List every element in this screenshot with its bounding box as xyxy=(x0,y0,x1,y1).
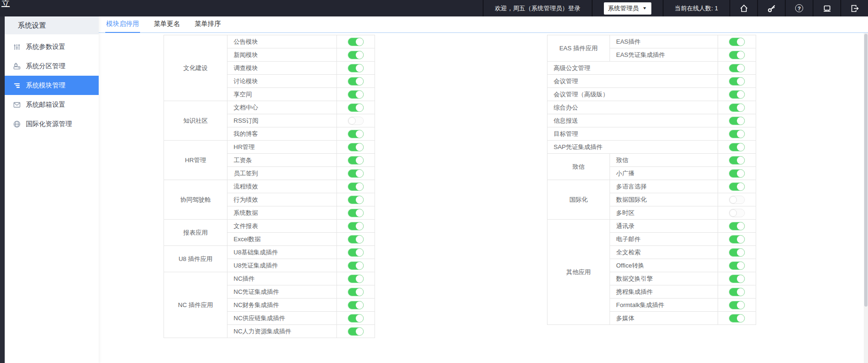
toggle-cell xyxy=(718,127,756,141)
module-toggle-on[interactable] xyxy=(729,275,745,283)
welcome-text: 欢迎，周五（系统管理员）登录 xyxy=(484,0,592,16)
toggle-knob xyxy=(737,170,744,177)
app-logo[interactable]: 立 xyxy=(1,0,10,9)
module-toggle-on[interactable] xyxy=(348,261,364,270)
left-module-table: 文化建设公告模块新闻模块调查模块讨论模块享空间知识社区文档中心RSS订阅我的博客… xyxy=(164,35,375,338)
tab-menu-sort[interactable]: 菜单排序 xyxy=(194,20,222,32)
module-group-cell: U8 插件应用 xyxy=(164,246,227,272)
module-toggle-on[interactable] xyxy=(348,222,364,230)
module-toggle-on[interactable] xyxy=(348,38,364,46)
module-toggle-on[interactable] xyxy=(348,248,364,257)
toggle-cell xyxy=(337,154,375,167)
module-toggle-on[interactable] xyxy=(729,77,745,86)
toggle-cell xyxy=(337,35,375,48)
module-toggle-on[interactable] xyxy=(729,38,745,46)
module-toggle-on[interactable] xyxy=(729,314,745,323)
module-toggle-on[interactable] xyxy=(348,156,364,165)
module-toggle-on[interactable] xyxy=(348,235,364,244)
toggle-knob xyxy=(356,249,363,256)
module-toggle-on[interactable] xyxy=(348,103,364,112)
right-module-table: EAS 插件应用EAS插件EAS凭证集成插件高级公文管理会议管理会议管理（高级版… xyxy=(547,35,756,325)
module-toggle-on[interactable] xyxy=(348,143,364,151)
toggle-cell xyxy=(718,193,756,206)
module-toggle-on[interactable] xyxy=(729,169,745,178)
key-icon xyxy=(767,4,776,13)
tab-menu-rename[interactable]: 菜单更名 xyxy=(153,20,181,32)
module-name-cell: 多时区 xyxy=(610,206,718,220)
sidebar-item-label: 国际化资源管理 xyxy=(26,120,72,128)
module-name-cell: 致信 xyxy=(610,154,718,167)
sidebar-item-i18n[interactable]: 国际化资源管理 xyxy=(5,114,99,134)
module-toggle-on[interactable] xyxy=(348,182,364,191)
module-toggle-on[interactable] xyxy=(348,301,364,309)
module-toggle-on[interactable] xyxy=(348,209,364,217)
module-name-cell: NC人力资源集成插件 xyxy=(227,325,337,338)
module-toggle-on[interactable] xyxy=(729,143,745,151)
help-button[interactable]: ? xyxy=(786,0,813,16)
module-toggle-on[interactable] xyxy=(729,156,745,165)
module-toggle-on[interactable] xyxy=(348,64,364,72)
module-toggle-off[interactable] xyxy=(729,196,745,204)
toggle-cell xyxy=(718,259,756,272)
toggle-knob xyxy=(356,64,363,72)
toggle-cell xyxy=(337,246,375,259)
module-toggle-on[interactable] xyxy=(729,222,745,230)
module-toggle-on[interactable] xyxy=(348,130,364,138)
module-toggle-on[interactable] xyxy=(729,235,745,244)
module-row: 会议管理 xyxy=(547,75,756,88)
sidebar-title: 系统设置 xyxy=(5,16,99,34)
module-row: SAP凭证集成插件 xyxy=(547,141,756,154)
module-name-cell: Office转换 xyxy=(610,259,718,272)
module-name-cell: Excel数据 xyxy=(227,233,337,246)
module-toggle-on[interactable] xyxy=(729,90,745,99)
online-count-text: 当前在线人数: 1 xyxy=(664,0,729,16)
module-group-cell: 国际化 xyxy=(547,180,610,220)
console-button[interactable] xyxy=(813,0,840,16)
module-toggle-on[interactable] xyxy=(729,51,745,59)
module-name-cell: 会议管理（高级版） xyxy=(547,88,718,101)
sidebar-item-modules[interactable]: 系统模块管理 xyxy=(5,76,99,95)
module-toggle-on[interactable] xyxy=(348,196,364,204)
toggle-knob xyxy=(737,51,744,59)
password-button[interactable] xyxy=(758,0,785,16)
toggle-knob xyxy=(737,78,744,85)
module-toggle-on[interactable] xyxy=(729,103,745,112)
module-toggle-on[interactable] xyxy=(729,301,745,309)
module-toggle-on[interactable] xyxy=(348,314,364,323)
toggle-cell xyxy=(718,48,756,62)
module-toggle-on[interactable] xyxy=(729,130,745,138)
help-icon: ? xyxy=(795,4,803,12)
module-toggle-on[interactable] xyxy=(348,327,364,336)
tab-module-toggle[interactable]: 模块启停用 xyxy=(105,20,140,32)
module-toggle-on[interactable] xyxy=(729,182,745,191)
toggle-cell xyxy=(337,220,375,233)
module-toggle-on[interactable] xyxy=(348,288,364,296)
module-group-cell: 协同驾驶舱 xyxy=(164,180,227,220)
role-select[interactable]: 系统管理员 ▼ xyxy=(604,2,651,15)
toggle-cell xyxy=(337,259,375,272)
module-toggle-on[interactable] xyxy=(348,169,364,178)
module-group-cell: NC 插件应用 xyxy=(164,272,227,338)
module-toggle-off[interactable] xyxy=(729,209,745,217)
module-group-cell: 知识社区 xyxy=(164,101,227,141)
module-toggle-on[interactable] xyxy=(348,77,364,86)
partition-lock-icon xyxy=(13,62,21,70)
toggle-cell xyxy=(337,114,375,127)
sidebar-item-mailbox[interactable]: 系统邮箱设置 xyxy=(5,95,99,114)
module-toggle-on[interactable] xyxy=(348,51,364,59)
module-toggle-on[interactable] xyxy=(729,117,745,125)
module-toggle-on[interactable] xyxy=(729,248,745,257)
module-toggle-on[interactable] xyxy=(348,275,364,283)
toggle-cell xyxy=(337,272,375,285)
module-toggle-on[interactable] xyxy=(348,90,364,99)
home-button[interactable] xyxy=(730,0,757,16)
module-toggle-off[interactable] xyxy=(348,117,364,125)
module-toggle-on[interactable] xyxy=(729,288,745,296)
sidebar-item-partition[interactable]: 系统分区管理 xyxy=(5,56,99,76)
module-toggle-on[interactable] xyxy=(729,64,745,72)
logout-button[interactable] xyxy=(841,0,868,16)
sidebar-item-system-params[interactable]: 系统参数设置 xyxy=(5,37,99,56)
toggle-cell xyxy=(718,154,756,167)
module-toggle-on[interactable] xyxy=(729,261,745,270)
vertical-scrollbar-thumb[interactable] xyxy=(864,34,868,307)
